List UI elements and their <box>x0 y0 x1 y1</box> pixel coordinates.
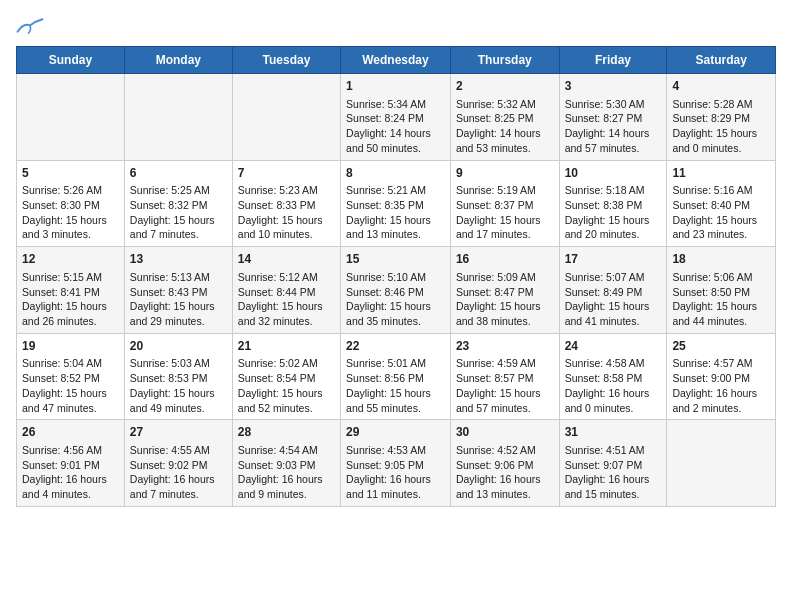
day-header-saturday: Saturday <box>667 47 776 74</box>
day-info-line: Sunset: 8:57 PM <box>456 371 554 386</box>
day-info-line: Daylight: 15 hours <box>238 386 335 401</box>
day-number: 28 <box>238 424 335 441</box>
day-number: 9 <box>456 165 554 182</box>
day-info-line: Sunrise: 5:07 AM <box>565 270 662 285</box>
day-info-line: and 49 minutes. <box>130 401 227 416</box>
day-info-line: Daylight: 16 hours <box>565 386 662 401</box>
day-info-line: Sunset: 9:05 PM <box>346 458 445 473</box>
day-info-line: Sunrise: 5:19 AM <box>456 183 554 198</box>
calendar-cell: 27Sunrise: 4:55 AMSunset: 9:02 PMDayligh… <box>124 420 232 507</box>
calendar-cell: 5Sunrise: 5:26 AMSunset: 8:30 PMDaylight… <box>17 160 125 247</box>
day-info-line: Daylight: 15 hours <box>456 386 554 401</box>
day-number: 6 <box>130 165 227 182</box>
day-info-line: Daylight: 15 hours <box>22 213 119 228</box>
day-info-line: Sunset: 9:00 PM <box>672 371 770 386</box>
day-info-line: Sunset: 8:50 PM <box>672 285 770 300</box>
day-info-line: and 0 minutes. <box>565 401 662 416</box>
day-info-line: Sunset: 8:53 PM <box>130 371 227 386</box>
calendar-cell: 4Sunrise: 5:28 AMSunset: 8:29 PMDaylight… <box>667 74 776 161</box>
day-info-line: Sunset: 9:07 PM <box>565 458 662 473</box>
day-info-line: and 41 minutes. <box>565 314 662 329</box>
day-info-line: Sunrise: 4:52 AM <box>456 443 554 458</box>
day-info-line: Sunrise: 5:16 AM <box>672 183 770 198</box>
day-number: 2 <box>456 78 554 95</box>
day-number: 14 <box>238 251 335 268</box>
day-header-friday: Friday <box>559 47 667 74</box>
calendar-cell: 13Sunrise: 5:13 AMSunset: 8:43 PMDayligh… <box>124 247 232 334</box>
day-info-line: and 47 minutes. <box>22 401 119 416</box>
day-number: 10 <box>565 165 662 182</box>
calendar-cell: 7Sunrise: 5:23 AMSunset: 8:33 PMDaylight… <box>232 160 340 247</box>
day-info-line: and 44 minutes. <box>672 314 770 329</box>
day-info-line: Daylight: 16 hours <box>22 472 119 487</box>
calendar-week-row: 26Sunrise: 4:56 AMSunset: 9:01 PMDayligh… <box>17 420 776 507</box>
day-info-line: Sunrise: 4:56 AM <box>22 443 119 458</box>
calendar-cell: 12Sunrise: 5:15 AMSunset: 8:41 PMDayligh… <box>17 247 125 334</box>
day-info-line: Daylight: 15 hours <box>565 299 662 314</box>
day-info-line: Sunset: 8:43 PM <box>130 285 227 300</box>
calendar-cell <box>124 74 232 161</box>
day-info-line: Sunrise: 5:26 AM <box>22 183 119 198</box>
day-info-line: and 3 minutes. <box>22 227 119 242</box>
day-number: 17 <box>565 251 662 268</box>
day-info-line: Sunset: 9:03 PM <box>238 458 335 473</box>
day-info-line: Daylight: 15 hours <box>346 386 445 401</box>
day-info-line: Sunset: 8:49 PM <box>565 285 662 300</box>
day-info-line: Daylight: 16 hours <box>130 472 227 487</box>
day-info-line: Daylight: 15 hours <box>130 386 227 401</box>
day-number: 4 <box>672 78 770 95</box>
page-header <box>16 16 776 38</box>
day-info-line: Sunset: 8:35 PM <box>346 198 445 213</box>
day-info-line: Sunrise: 5:28 AM <box>672 97 770 112</box>
day-number: 12 <box>22 251 119 268</box>
day-number: 7 <box>238 165 335 182</box>
day-info-line: Sunrise: 5:04 AM <box>22 356 119 371</box>
day-info-line: Sunset: 8:56 PM <box>346 371 445 386</box>
day-info-line: and 32 minutes. <box>238 314 335 329</box>
day-info-line: Daylight: 15 hours <box>22 299 119 314</box>
day-info-line: Sunset: 8:47 PM <box>456 285 554 300</box>
calendar-cell <box>667 420 776 507</box>
calendar-cell: 2Sunrise: 5:32 AMSunset: 8:25 PMDaylight… <box>450 74 559 161</box>
day-number: 30 <box>456 424 554 441</box>
day-info-line: and 55 minutes. <box>346 401 445 416</box>
day-info-line: and 29 minutes. <box>130 314 227 329</box>
day-number: 22 <box>346 338 445 355</box>
day-header-thursday: Thursday <box>450 47 559 74</box>
day-info-line: Sunrise: 4:55 AM <box>130 443 227 458</box>
day-header-wednesday: Wednesday <box>341 47 451 74</box>
calendar-cell: 3Sunrise: 5:30 AMSunset: 8:27 PMDaylight… <box>559 74 667 161</box>
calendar-cell <box>232 74 340 161</box>
day-number: 27 <box>130 424 227 441</box>
day-number: 16 <box>456 251 554 268</box>
day-info-line: Daylight: 15 hours <box>346 213 445 228</box>
day-info-line: Daylight: 16 hours <box>672 386 770 401</box>
day-info-line: and 50 minutes. <box>346 141 445 156</box>
day-info-line: Sunrise: 5:10 AM <box>346 270 445 285</box>
day-info-line: Daylight: 15 hours <box>672 126 770 141</box>
day-info-line: and 26 minutes. <box>22 314 119 329</box>
day-info-line: Sunset: 8:52 PM <box>22 371 119 386</box>
day-info-line: and 9 minutes. <box>238 487 335 502</box>
day-info-line: Daylight: 14 hours <box>456 126 554 141</box>
day-info-line: Sunset: 8:54 PM <box>238 371 335 386</box>
day-info-line: Sunrise: 5:21 AM <box>346 183 445 198</box>
day-info-line: Sunset: 8:40 PM <box>672 198 770 213</box>
calendar-cell: 6Sunrise: 5:25 AMSunset: 8:32 PMDaylight… <box>124 160 232 247</box>
calendar-cell: 22Sunrise: 5:01 AMSunset: 8:56 PMDayligh… <box>341 333 451 420</box>
calendar-header-row: SundayMondayTuesdayWednesdayThursdayFrid… <box>17 47 776 74</box>
day-info-line: and 38 minutes. <box>456 314 554 329</box>
day-info-line: and 17 minutes. <box>456 227 554 242</box>
day-number: 25 <box>672 338 770 355</box>
day-info-line: and 4 minutes. <box>22 487 119 502</box>
day-info-line: and 52 minutes. <box>238 401 335 416</box>
day-info-line: and 15 minutes. <box>565 487 662 502</box>
day-info-line: Sunrise: 5:13 AM <box>130 270 227 285</box>
calendar-cell: 17Sunrise: 5:07 AMSunset: 8:49 PMDayligh… <box>559 247 667 334</box>
day-number: 8 <box>346 165 445 182</box>
day-info-line: and 0 minutes. <box>672 141 770 156</box>
day-info-line: Daylight: 15 hours <box>238 213 335 228</box>
day-info-line: and 57 minutes. <box>456 401 554 416</box>
day-info-line: Daylight: 15 hours <box>130 299 227 314</box>
day-number: 18 <box>672 251 770 268</box>
